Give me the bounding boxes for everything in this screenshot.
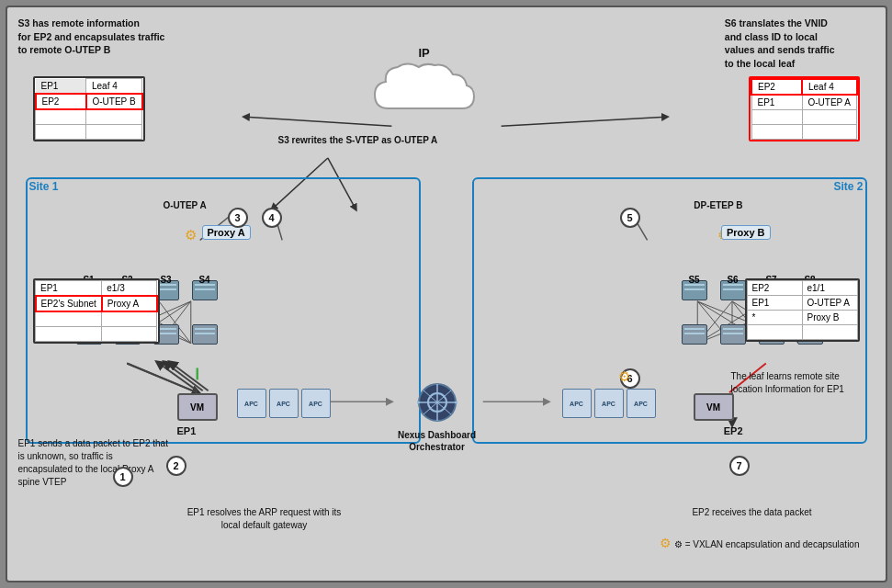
proxy-left-label: Proxy A: [202, 225, 251, 240]
table-row: [36, 327, 157, 342]
table-row: EP1 O-UTEP A: [747, 296, 857, 311]
vm-ep1: VM: [177, 393, 218, 421]
step6-gear-icon: ⚙: [618, 368, 630, 385]
cell: EP1: [751, 95, 802, 110]
ndo-container: Nexus Dashboard Orchestrator: [391, 379, 483, 453]
cell: [36, 327, 102, 342]
cell: [802, 110, 857, 125]
cell: O-UTEP A: [802, 296, 857, 311]
cell: *: [747, 311, 802, 325]
step1-circle: 1: [113, 467, 133, 487]
table-row: [36, 109, 142, 125]
cloud-icon: [366, 58, 485, 122]
legend-gear-icon: ⚙: [660, 536, 672, 550]
step7-circle: 7: [729, 456, 750, 476]
cell: [102, 327, 157, 342]
proxy-left-gear-icon: ⚙: [185, 227, 197, 243]
legend-label: ⚙ = VXLAN encapsulation and decapsulatio…: [674, 539, 860, 549]
cell: [751, 110, 802, 125]
cell: [747, 325, 802, 340]
cell: Proxy B: [802, 311, 857, 325]
table-row: EP2 e1/1: [747, 281, 857, 296]
table-row: [36, 311, 157, 327]
spine-label-s4: S4: [192, 275, 218, 285]
utep-left-label: O-UTEP A: [164, 200, 207, 210]
apic-1: APC: [237, 389, 266, 418]
cell: EP2's Subnet: [36, 296, 102, 311]
vm-label: VM: [706, 402, 720, 413]
cell: O-UTEP A: [802, 95, 857, 110]
ndo-label: Nexus Dashboard Orchestrator: [391, 429, 483, 453]
vm-ep2-label: EP2: [724, 425, 743, 436]
step4-circle: 4: [262, 208, 282, 228]
leaf-learns-annotation: The leaf learns remote site location Inf…: [731, 370, 860, 396]
table-row: [751, 110, 857, 125]
spine-label-s6: S6: [720, 275, 746, 285]
apic-group-left: APC APC APC: [237, 389, 331, 418]
top-right-annotation: S6 translates the VNID and class ID to l…: [725, 17, 835, 71]
cell: [86, 109, 142, 125]
table-topright: EP2 Leaf 4 EP1 O-UTEP A: [749, 76, 860, 141]
cell: O-UTEP B: [86, 94, 142, 109]
cell: EP1: [36, 281, 102, 297]
cell: EP1: [36, 79, 86, 95]
table-row: [751, 125, 857, 140]
legend-text: ⚙ ⚙ = VXLAN encapsulation and decapsulat…: [660, 534, 859, 553]
proxy-right-label: Proxy B: [721, 225, 771, 240]
leaf-switch-5: [682, 324, 707, 345]
cell: e1/3: [102, 281, 157, 297]
cell: EP2: [747, 281, 802, 296]
cell: Leaf 4: [802, 79, 857, 95]
utep-right-label: DP-ETEP B: [694, 200, 742, 210]
apic-2: APC: [269, 389, 299, 418]
bottom-text-3: EP2 receives the data packet: [692, 506, 811, 519]
apic-3: APC: [301, 389, 331, 418]
main-diagram: S3 has remote information for EP2 and en…: [6, 6, 887, 582]
apic-group-right: APC APC APC: [562, 389, 656, 418]
ndo-icon: [414, 379, 460, 425]
table-topleft: EP1 Leaf 4 EP2 O-UTEP B: [33, 76, 145, 141]
table-row: EP1 Leaf 4: [36, 79, 142, 95]
step2-circle: 2: [166, 456, 186, 476]
cell: [36, 125, 86, 140]
table-row: [36, 125, 142, 140]
table-row: [747, 325, 857, 340]
apic-4: APC: [562, 389, 592, 418]
bottom-text-2: EP1 resolves the ARP request with its lo…: [182, 506, 347, 532]
cell: [86, 125, 142, 140]
cell: [802, 325, 857, 340]
cell: EP1: [747, 296, 802, 311]
table-row: EP1 e1/3: [36, 281, 157, 297]
vm-ep1-label: EP1: [177, 425, 197, 436]
cell: [751, 125, 802, 140]
table-row: * Proxy B: [747, 311, 857, 325]
cell: [36, 311, 102, 327]
spine-label-s5: S5: [682, 275, 707, 285]
table-midleft: EP1 e1/3 EP2's Subnet Proxy A: [33, 278, 160, 344]
apic-6: APC: [627, 389, 656, 418]
cell: Proxy A: [102, 296, 157, 311]
step3-circle: 3: [228, 208, 248, 228]
cell: [36, 109, 86, 125]
bottom-text-1: EP1 sends a data packet to EP2 that is u…: [18, 437, 170, 489]
cell: e1/1: [802, 281, 857, 296]
table-row: EP2 Leaf 4: [751, 79, 857, 95]
table-row-highlight: EP2 O-UTEP B: [36, 94, 142, 109]
top-left-annotation: S3 has remote information for EP2 and en…: [18, 17, 165, 57]
site2-label: Site 2: [833, 180, 863, 193]
apic-5: APC: [594, 389, 624, 418]
cell: [102, 311, 157, 327]
table-midright: EP2 e1/1 EP1 O-UTEP A * Proxy B: [745, 278, 860, 342]
table-row-highlight: EP2's Subnet Proxy A: [36, 296, 157, 311]
vm-label: VM: [190, 402, 204, 413]
svg-line-1: [501, 117, 665, 126]
cell: EP2: [751, 79, 802, 95]
cell: Leaf 4: [86, 79, 142, 95]
cell: EP2: [36, 94, 86, 109]
leaf-switch-4: [192, 324, 218, 345]
leaf-switch-6: [720, 324, 746, 345]
cell: [802, 125, 857, 140]
rewrite-annotation: S3 rewrites the S-VTEP as O-UTEP A: [278, 134, 438, 146]
site1-label: Site 1: [29, 180, 59, 193]
vm-ep2: VM: [694, 393, 734, 421]
